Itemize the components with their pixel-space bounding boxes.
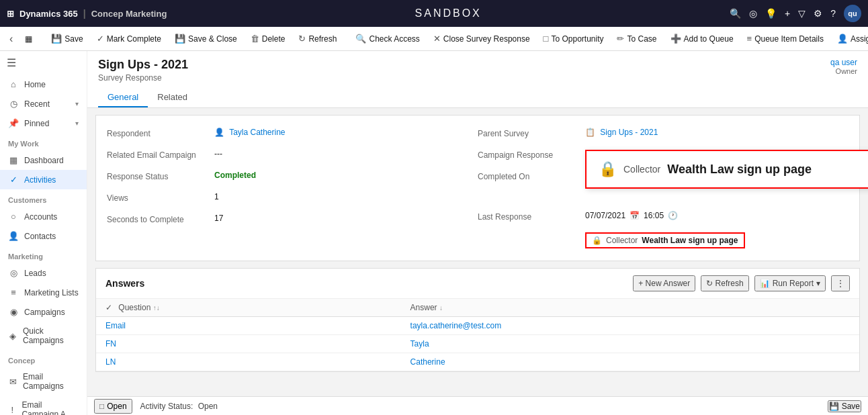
sidebar-item-quick-campaigns[interactable]: ◈ Quick Campaigns — [0, 322, 87, 350]
checkbox-icon[interactable]: ✓ — [105, 303, 112, 312]
sidebar-item-home[interactable]: ⌂ Home — [0, 75, 87, 94]
to-case-button[interactable]: ✏ To Case — [611, 31, 662, 46]
sidebar-item-marketing-lists[interactable]: ≡ Marketing Lists — [0, 283, 87, 302]
question-email[interactable]: Email — [96, 317, 401, 335]
email-campaigns-icon: ✉ — [8, 377, 17, 387]
queue-add-icon: ➕ — [670, 34, 681, 44]
parent-survey-icon: 📋 — [585, 128, 595, 137]
open-label: Open — [107, 402, 126, 411]
contacts-label: Contacts — [24, 232, 56, 241]
email-campaign-label: Related Email Campaign — [107, 149, 214, 160]
collector-inline-box: 🔒 Collector Wealth Law sign up page — [585, 232, 745, 248]
help-icon[interactable]: ? — [830, 8, 836, 19]
mark-complete-button[interactable]: ✓ Mark Complete — [91, 31, 167, 46]
sidebar-item-activities[interactable]: ✓ Activities — [0, 170, 87, 189]
close-survey-button[interactable]: ✕ Close Survey Response — [428, 31, 535, 46]
parent-survey-label: Parent Survey — [478, 128, 585, 138]
collector-row-label — [478, 232, 585, 234]
answers-title: Answers — [105, 278, 144, 289]
sidebar-item-contacts[interactable]: 👤 Contacts — [0, 226, 87, 246]
collector-popup: 🔒 Collector Wealth Law sign up page — [585, 150, 868, 189]
status-save-button[interactable]: 💾 Save — [828, 400, 861, 412]
collector-inline-value: 🔒 Collector Wealth Law sign up page — [585, 232, 849, 248]
answers-more-button[interactable]: ⋮ — [831, 275, 850, 291]
save-button[interactable]: 💾 Save — [46, 31, 88, 46]
filter-icon[interactable]: ▽ — [798, 8, 806, 19]
answer-ln[interactable]: Catherine — [401, 353, 859, 371]
answer-fn[interactable]: Tayla — [401, 335, 859, 353]
grid-icon[interactable]: ▦ — [19, 32, 38, 46]
back-button[interactable]: ‹ — [5, 30, 17, 48]
delete-label: Delete — [262, 34, 286, 44]
answers-refresh-button[interactable]: ↻ Refresh — [701, 275, 748, 291]
settings-icon[interactable]: ⚙ — [814, 8, 822, 19]
search-icon[interactable]: 🔍 — [730, 8, 741, 19]
refresh-button[interactable]: ↻ Refresh — [293, 31, 342, 46]
page-title: Sign Ups - 2021 — [98, 58, 188, 72]
open-button[interactable]: □ Open — [94, 399, 132, 414]
form-content: Respondent 👤 Tayla Catherine Related Ema… — [87, 108, 868, 396]
sidebar-item-email-campaigns[interactable]: ✉ Email Campaigns — [0, 367, 87, 396]
content-area: Sign Ups - 2021 Survey Response qa user … — [87, 51, 868, 415]
answers-table: ✓ Question ↑↓ Answer ↓ Emai — [96, 299, 859, 371]
answer-email[interactable]: tayla.catherine@test.com — [401, 317, 859, 335]
assign-button[interactable]: 👤 Assign — [832, 31, 868, 46]
tab-general[interactable]: General — [98, 88, 148, 107]
save-close-icon: 💾 — [175, 34, 185, 44]
email-campaign-a-icon: ! — [8, 405, 16, 415]
respondent-value[interactable]: 👤 Tayla Catherine — [214, 128, 478, 137]
parent-survey-value[interactable]: 📋 Sign Ups - 2021 — [585, 128, 849, 137]
check-access-button[interactable]: 🔍 Check Access — [350, 31, 425, 46]
sidebar-item-recent[interactable]: ◷ Recent ▾ — [0, 94, 87, 113]
contacts-icon: 👤 — [8, 231, 19, 241]
check-access-label: Check Access — [369, 34, 419, 44]
calendar-icon[interactable]: 📅 — [630, 211, 640, 220]
views-label: Views — [107, 192, 214, 203]
queue-details-button[interactable]: ≡ Queue Item Details — [742, 31, 829, 46]
sidebar-item-accounts[interactable]: ○ Accounts — [0, 207, 87, 226]
brand: ⊞ Dynamics 365 | Concep Marketing — [7, 8, 167, 19]
respondent-icon: 👤 — [214, 128, 224, 137]
question-col-header[interactable]: ✓ Question ↑↓ — [96, 299, 401, 317]
main-layout: ☰ ⌂ Home ◷ Recent ▾ 📌 Pinned ▾ My Work ▦… — [0, 51, 868, 415]
to-case-label: To Case — [627, 34, 656, 44]
recent-icon: ◷ — [8, 99, 19, 109]
save-close-button[interactable]: 💾 Save & Close — [169, 31, 243, 46]
form-row-respondent: Respondent 👤 Tayla Catherine — [107, 124, 478, 145]
info-icon[interactable]: 💡 — [765, 8, 777, 19]
hamburger-menu[interactable]: ☰ — [0, 51, 87, 75]
collector-inline-title: Wealth Law sign up page — [642, 236, 738, 245]
dashboard-icon: ▦ — [8, 155, 19, 165]
pin-icon: 📌 — [8, 118, 19, 128]
toolbar: ‹ ▦ 💾 Save ✓ Mark Complete 💾 Save & Clos… — [0, 27, 868, 51]
sidebar-item-pinned[interactable]: 📌 Pinned ▾ — [0, 113, 87, 133]
page-tabs: General Related — [98, 88, 857, 107]
question-ln[interactable]: LN — [96, 353, 401, 371]
new-answer-button[interactable]: + New Answer — [633, 275, 695, 291]
sidebar-item-dashboard[interactable]: ▦ Dashboard — [0, 150, 87, 170]
answer-col-header[interactable]: Answer ↓ — [401, 299, 859, 317]
delete-button[interactable]: 🗑 Delete — [245, 31, 291, 46]
question-fn[interactable]: FN — [96, 335, 401, 353]
sidebar-item-campaigns[interactable]: ◉ Campaigns — [0, 302, 87, 322]
clock-icon[interactable]: 🕐 — [668, 211, 678, 220]
owner-name: qa user — [830, 58, 857, 67]
contact-icon[interactable]: ◎ — [749, 8, 757, 19]
add-to-queue-button[interactable]: ➕ Add to Queue — [665, 31, 739, 46]
add-icon[interactable]: + — [785, 8, 790, 19]
check-access-icon: 🔍 — [355, 34, 366, 44]
assign-icon: 👤 — [837, 34, 848, 44]
tab-related[interactable]: Related — [148, 88, 197, 107]
answer-sort-icon[interactable]: ↓ — [439, 304, 443, 312]
question-sort-icon[interactable]: ↑↓ — [153, 304, 160, 312]
to-opportunity-button[interactable]: □ To Opportunity — [538, 31, 609, 46]
home-icon: ⌂ — [8, 79, 19, 89]
form-row-views: Views 1 — [107, 188, 478, 210]
run-report-button[interactable]: 📊 Run Report ▾ — [754, 275, 826, 291]
sidebar-item-email-campaign-a[interactable]: ! Email Campaign A... — [0, 396, 87, 415]
sidebar-item-leads[interactable]: ◎ Leads — [0, 263, 87, 283]
page-subtitle: Survey Response — [98, 73, 188, 83]
table-row: FN Tayla — [96, 335, 859, 353]
avatar[interactable]: qu — [844, 5, 861, 22]
close-survey-label: Close Survey Response — [443, 34, 530, 44]
